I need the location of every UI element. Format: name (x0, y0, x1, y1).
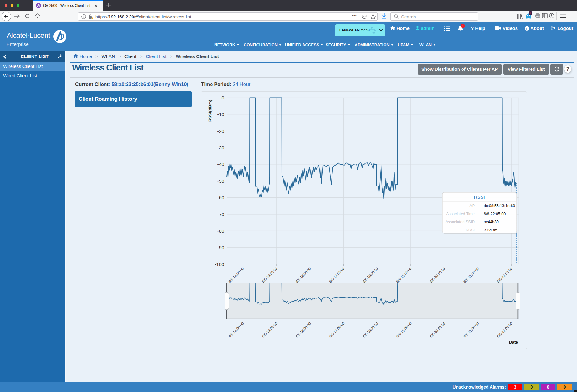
svg-text:6/6-16:00:00: 6/6-16:00:00 (295, 267, 312, 283)
svg-text:ABP: ABP (536, 15, 540, 17)
svg-text:6/6-21:00:00: 6/6-21:00:00 (463, 267, 479, 283)
svg-text:6/6-22:00:00: 6/6-22:00:00 (496, 322, 513, 338)
svg-text:6/6-16:00:00: 6/6-16:00:00 (295, 322, 312, 338)
svg-text:Date: Date (509, 340, 518, 345)
svg-text:6/6-15:00:00: 6/6-15:00:00 (261, 322, 278, 338)
svg-text:6/6-17:00:00: 6/6-17:00:00 (328, 267, 345, 283)
svg-text:-50: -50 (217, 178, 225, 184)
svg-text:dc:08:56:13:1e:60: dc:08:56:13:1e:60 (484, 204, 515, 208)
svg-text:-10: -10 (217, 112, 225, 117)
svg-text:6/6-22:00:00: 6/6-22:00:00 (496, 267, 513, 283)
svg-text:6/6-18:00:00: 6/6-18:00:00 (362, 267, 379, 283)
svg-text:AP: AP (469, 204, 475, 208)
svg-text:Associated Time: Associated Time (446, 212, 475, 216)
svg-text:RSSI(dBm): RSSI(dBm) (208, 100, 212, 122)
svg-text:6/6-14:00:00: 6/6-14:00:00 (228, 267, 245, 283)
svg-text:ov44b39: ov44b39 (484, 220, 499, 224)
svg-text:-52dBm: -52dBm (484, 228, 497, 232)
svg-text:-100: -100 (215, 262, 224, 267)
svg-text:6/6-20:00:00: 6/6-20:00:00 (429, 267, 446, 283)
svg-text:6/6-14:00:00: 6/6-14:00:00 (228, 322, 245, 338)
svg-text:6/6-20:00:00: 6/6-20:00:00 (429, 322, 446, 338)
svg-text:6/6-19:00:00: 6/6-19:00:00 (395, 267, 412, 283)
svg-text:-20: -20 (217, 128, 225, 134)
svg-text:RSSI: RSSI (466, 228, 475, 232)
svg-text:-80: -80 (217, 228, 225, 234)
svg-text:-90: -90 (217, 245, 225, 250)
svg-text:6/6-17:00:00: 6/6-17:00:00 (328, 322, 345, 338)
svg-text:-40: -40 (217, 162, 225, 167)
svg-text:6/6-15:00:00: 6/6-15:00:00 (261, 267, 278, 283)
svg-text:RSSI: RSSI (474, 194, 485, 200)
svg-text:-30: -30 (217, 145, 225, 150)
svg-text:Associated SSID: Associated SSID (445, 220, 475, 224)
svg-text:-70: -70 (217, 212, 225, 217)
svg-text:-60: -60 (217, 195, 225, 200)
svg-text:6/6-21:00:00: 6/6-21:00:00 (463, 322, 479, 338)
svg-text:6/6-18:00:00: 6/6-18:00:00 (362, 322, 379, 338)
svg-text:6/6-19:00:00: 6/6-19:00:00 (395, 322, 412, 338)
svg-text:0: 0 (221, 95, 224, 100)
svg-text:6/6-22:05:00: 6/6-22:05:00 (484, 212, 506, 216)
